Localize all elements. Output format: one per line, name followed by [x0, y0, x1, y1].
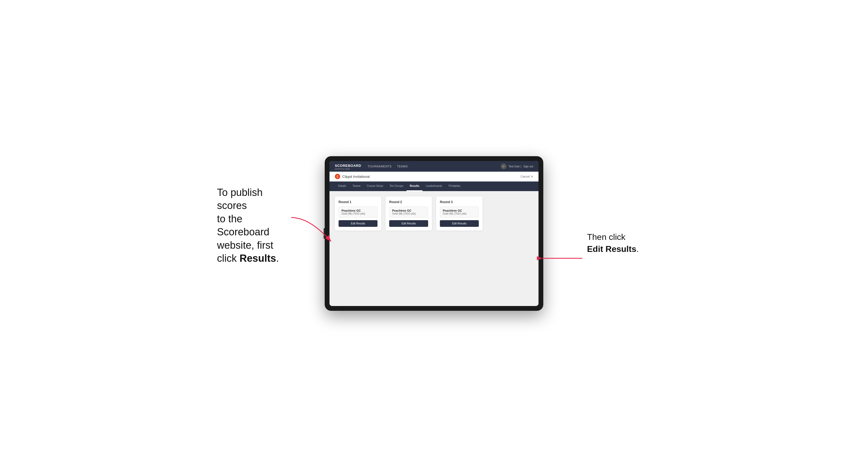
- tab-teams[interactable]: Teams: [349, 182, 364, 191]
- tab-course-setup[interactable]: Course Setup: [364, 182, 386, 191]
- tab-bar: Details Teams Course Setup Tee Groups Re…: [330, 182, 538, 191]
- tab-details[interactable]: Details: [335, 182, 349, 191]
- arrow-to-edit-results: [537, 248, 585, 269]
- round-1-course-name: Peachtree GC: [341, 209, 375, 212]
- cancel-label: Cancel: [521, 175, 530, 178]
- instruction-line4-pre: click: [217, 253, 239, 264]
- user-avatar: U: [501, 163, 506, 169]
- tab-results[interactable]: Results: [407, 182, 423, 191]
- edit-results-button-2[interactable]: Edit Results: [389, 220, 428, 227]
- instruction-line1: To publish scores: [217, 187, 262, 211]
- round-3-course-name: Peachtree GC: [443, 209, 476, 212]
- instruction-left: To publish scores to the Scoreboard webs…: [217, 186, 292, 265]
- tab-printables[interactable]: Printables: [445, 182, 464, 191]
- tab-leaderboards[interactable]: Leaderboards: [423, 182, 445, 191]
- nav-right: U Test User | Sign out: [501, 163, 533, 169]
- tablet-device: SCOREBOARD Powered by clippd TOURNAMENTS…: [325, 156, 543, 311]
- top-nav: SCOREBOARD Powered by clippd TOURNAMENTS…: [330, 161, 538, 172]
- instruction-line3: website, first: [217, 240, 273, 251]
- round-1-course-detail: Gold (M) (7010 yds): [341, 212, 375, 215]
- instruction-right-post: .: [636, 244, 639, 254]
- close-icon: ✕: [531, 175, 533, 178]
- tablet-side-button: [323, 228, 325, 239]
- round-2-course-card: Peachtree GC Gold (M) (7010 yds): [389, 207, 428, 218]
- sign-out-link[interactable]: Sign out: [523, 165, 533, 168]
- logo-sub: Powered by clippd: [335, 168, 361, 170]
- tab-tee-groups[interactable]: Tee Groups: [386, 182, 407, 191]
- logo-text: SCOREBOARD: [335, 164, 361, 168]
- round-card-2: Round 2 Peachtree GC Gold (M) (7010 yds)…: [385, 196, 432, 230]
- round-2-course-detail: Gold (M) (7010 yds): [392, 212, 425, 215]
- instruction-right: Then click Edit Results.: [587, 231, 651, 255]
- instruction-results-link: Results: [239, 253, 276, 264]
- edit-results-button-1[interactable]: Edit Results: [339, 220, 377, 227]
- empty-column: [487, 196, 533, 230]
- round-2-course-name: Peachtree GC: [392, 209, 425, 212]
- round-3-course-detail: Gold (M) (7010 yds): [443, 212, 476, 215]
- instruction-line4-post: .: [276, 253, 279, 264]
- round-card-3: Round 3 Peachtree GC Gold (M) (7010 yds)…: [436, 196, 483, 230]
- round-3-course-card: Peachtree GC Gold (M) (7010 yds): [440, 207, 479, 218]
- round-card-1: Round 1 Peachtree GC Gold (M) (7010 yds)…: [335, 196, 381, 230]
- nav-tournaments[interactable]: TOURNAMENTS: [368, 164, 392, 169]
- nav-links: TOURNAMENTS TEAMS: [368, 164, 501, 169]
- tournament-name: Clippd Invitational: [342, 175, 370, 179]
- content-area: Round 1 Peachtree GC Gold (M) (7010 yds)…: [330, 191, 538, 306]
- tournament-title-area: C Clippd Invitational: [335, 174, 370, 179]
- instruction-right-line1: Then click: [587, 232, 625, 242]
- round-1-title: Round 1: [339, 200, 377, 204]
- round-1-course-card: Peachtree GC Gold (M) (7010 yds): [339, 207, 377, 218]
- rounds-grid: Round 1 Peachtree GC Gold (M) (7010 yds)…: [335, 196, 533, 230]
- edit-results-button-3[interactable]: Edit Results: [440, 220, 479, 227]
- tablet-screen: SCOREBOARD Powered by clippd TOURNAMENTS…: [330, 161, 538, 306]
- round-2-title: Round 2: [389, 200, 428, 204]
- round-3-title: Round 3: [440, 200, 479, 204]
- tournament-icon: C: [335, 174, 340, 179]
- cancel-button[interactable]: Cancel ✕: [521, 175, 533, 178]
- user-label: Test User |: [509, 165, 521, 168]
- tournament-header: C Clippd Invitational Cancel ✕: [330, 172, 538, 182]
- nav-teams[interactable]: TEAMS: [397, 164, 408, 169]
- logo-area: SCOREBOARD Powered by clippd: [335, 163, 361, 170]
- instruction-line2: to the Scoreboard: [217, 213, 269, 238]
- instruction-edit-results-link: Edit Results: [587, 244, 636, 254]
